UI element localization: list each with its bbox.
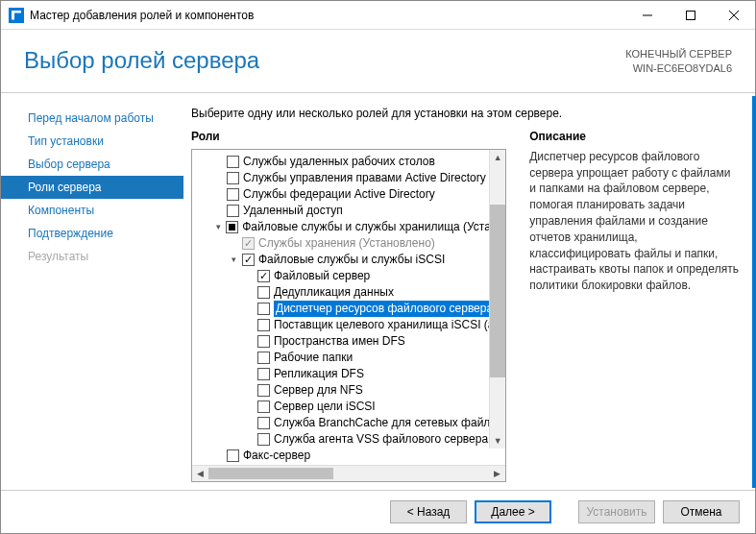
checkbox[interactable] [257,352,270,364]
expand-icon[interactable]: ▾ [229,255,239,265]
checkbox[interactable] [257,433,270,446]
tree-row[interactable]: ▾Файловые службы и службы хранилища (Уст… [194,219,503,235]
tree-row[interactable]: Служба BranchCache для сетевых файлов [194,415,503,431]
minimize-button[interactable] [625,2,669,29]
checkbox[interactable] [257,270,270,282]
tree-row[interactable]: Диспетчер ресурсов файлового сервера [194,301,503,317]
checkbox[interactable] [227,188,239,201]
tree-row[interactable]: ▾Файловые службы и службы iSCSI [194,252,503,268]
scroll-down-icon[interactable]: ▼ [490,432,505,449]
tree-item-label[interactable]: Пространства имен DFS [274,333,405,350]
tree-item-label[interactable]: Поставщик целевого хранилища iSCSI (а [274,317,495,333]
cancel-button[interactable]: Отмена [663,500,740,523]
description-column: Описание Диспетчер ресурсов файлового се… [529,130,740,482]
expand-icon[interactable]: ▾ [213,222,223,232]
tree-row[interactable]: Репликация DFS [194,366,503,382]
scroll-thumb-v[interactable] [490,205,505,377]
tree-item-label[interactable]: Службы федерации Active Directory [243,186,435,203]
expand-spacer [244,369,255,379]
sidebar-item-2[interactable]: Выбор сервера [1,153,183,176]
checkbox[interactable] [227,449,239,462]
tree-item-label[interactable]: Сервер для NFS [274,382,363,399]
tree-row[interactable]: Сервер цели iSCSI [194,399,503,415]
next-button[interactable]: Далее > [475,500,551,523]
maximize-button[interactable] [669,2,712,29]
tree-item-label[interactable]: Служба BranchCache для сетевых файлов [274,415,503,431]
tree-row[interactable]: Пространства имен DFS [194,333,503,350]
tree-item-label[interactable]: Файловые службы и службы iSCSI [258,252,445,268]
tree-item-label[interactable]: Файловый сервер [274,268,370,284]
roles-tree-container: Службы удаленных рабочих столовСлужбы уп… [191,149,506,482]
page-title: Выбор ролей сервера [24,47,259,74]
checkbox[interactable] [257,303,270,315]
titlebar: Мастер добавления ролей и компонентов [1,1,755,30]
roles-tree-scroll[interactable]: Службы удаленных рабочих столовСлужбы уп… [192,150,505,465]
tree-row[interactable]: Дедупликация данных [194,284,503,301]
tree-row[interactable]: Службы управления правами Active Directo… [194,170,503,186]
vertical-scrollbar[interactable]: ▲ ▼ [489,150,505,449]
tree-item-label[interactable]: Служба агента VSS файлового сервера [274,431,488,448]
expand-spacer [213,173,224,183]
tree-item-label[interactable]: Дедупликация данных [274,284,394,301]
sidebar-item-4[interactable]: Компоненты [1,199,183,222]
checkbox[interactable] [257,286,270,299]
checkbox[interactable] [257,417,270,429]
expand-spacer [213,189,224,200]
tree-item-label[interactable]: Диспетчер ресурсов файлового сервера [274,301,495,317]
checkbox[interactable] [227,205,239,217]
checkbox[interactable] [257,384,270,397]
roles-tree: Службы удаленных рабочих столовСлужбы уп… [192,150,505,465]
expand-spacer [213,157,224,167]
checkbox[interactable] [257,368,270,380]
dest-label: КОНЕЧНЫЙ СЕРВЕР [625,47,732,61]
footer: < Назад Далее > Установить Отмена [1,490,755,533]
expand-spacer [244,320,255,330]
tree-item-label[interactable]: Службы управления правами Active Directo… [243,170,486,186]
tree-row[interactable]: Поставщик целевого хранилища iSCSI (а [194,317,503,333]
tree-row[interactable]: Удаленный доступ [194,203,503,219]
scroll-right-icon[interactable]: ▶ [489,466,505,481]
tree-row[interactable]: Рабочие папки [194,350,503,366]
checkbox[interactable] [257,335,270,348]
expand-spacer [244,352,255,363]
window-title: Мастер добавления ролей и компонентов [30,9,254,22]
horizontal-scrollbar[interactable]: ◀ ▶ [192,465,505,481]
sidebar-item-0[interactable]: Перед началом работы [1,107,183,130]
tree-item-label[interactable]: Факс-сервер [243,448,310,464]
scroll-thumb-h[interactable] [208,468,333,479]
tree-item-label[interactable]: Удаленный доступ [243,203,343,219]
scroll-up-icon[interactable]: ▲ [490,150,505,166]
expand-spacer [244,336,255,347]
checkbox[interactable] [226,221,238,233]
tree-row[interactable]: Факс-сервер [194,448,503,464]
content: Выберите одну или несколько ролей для ус… [183,93,755,490]
tree-item-label[interactable]: Службы удаленных рабочих столов [243,154,435,170]
tree-row[interactable]: Сервер для NFS [194,382,503,399]
close-button[interactable] [712,2,755,29]
checkbox[interactable] [227,172,239,184]
tree-item-label[interactable]: Службы хранения (Установлено) [258,235,435,252]
tree-item-label[interactable]: Файловые службы и службы хранилища (Уста… [242,219,503,235]
tree-row[interactable]: Служба агента VSS файлового сервера [194,431,503,448]
tree-row[interactable]: Службы хранения (Установлено) [194,235,503,252]
back-button[interactable]: < Назад [390,500,467,523]
right-edge-accent [752,96,756,488]
checkbox[interactable] [227,156,239,168]
tree-row[interactable]: Службы федерации Active Directory [194,186,503,203]
sidebar-item-1[interactable]: Тип установки [1,130,183,153]
sidebar-item-5[interactable]: Подтверждение [1,222,183,245]
tree-item-label[interactable]: Рабочие папки [274,350,353,366]
tree-item-label[interactable]: Сервер цели iSCSI [274,399,376,415]
checkbox[interactable] [242,254,255,266]
sidebar-item-3[interactable]: Роли сервера [1,176,183,199]
tree-item-label[interactable]: Репликация DFS [274,366,364,382]
tree-row[interactable]: Службы удаленных рабочих столов [194,154,503,170]
sidebar-item-6: Результаты [1,245,183,268]
dest-name: WIN-EC6EO8YDAL6 [625,61,732,76]
description-text: Диспетчер ресурсов файлового сервера упр… [529,149,740,294]
checkbox[interactable] [257,319,270,331]
tree-row[interactable]: Файловый сервер [194,268,503,284]
description-title: Описание [529,130,740,143]
scroll-left-icon[interactable]: ◀ [192,466,208,481]
checkbox[interactable] [257,400,270,413]
